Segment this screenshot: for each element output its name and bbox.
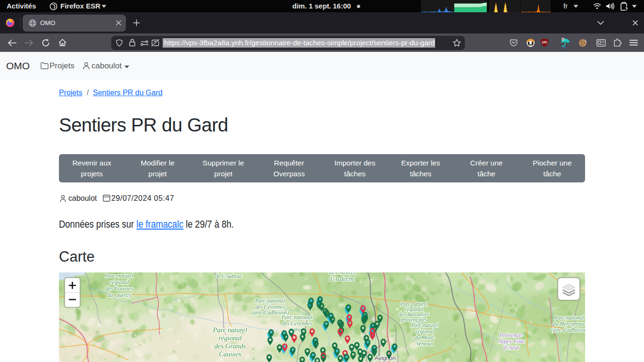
svg-text:de l’Aubrac: de l’Aubrac [215,273,243,280]
svg-text:des Montsd’Ardèche: des Montsd’Ardèche [329,272,355,282]
svg-text:UO: UO [542,41,547,44]
svg-text:Parc nationaldes Cévennes(aire: Parc nationaldes Cévennes(aire d’adhésio… [251,298,289,316]
svg-text:Avignon: Avignon [375,355,396,362]
svg-text:Parc naturelrégionaldes Causse: Parc naturelrégionaldes Caussesdu Quercy [105,272,134,298]
svg-text:Parc nationaldu Mercantour(air: Parc nationaldu Mercantour(aire d’adhési… [551,315,585,333]
svg-text:Parc naturelrégionaldes Baronn: Parc naturelrégionaldes Baronniesprovenç… [398,301,429,323]
